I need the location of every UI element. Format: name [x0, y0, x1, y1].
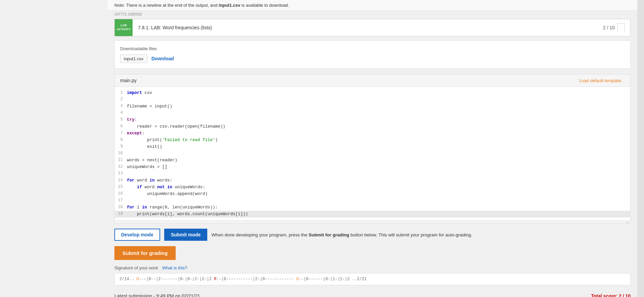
note-bar: Note: There is a newline at the end of t…: [108, 0, 637, 11]
code-line: 18 for i in range(0, len(uniqueWords)):: [115, 204, 630, 211]
code-line: 7 except:: [115, 130, 630, 137]
code-line: 9 exit(): [115, 143, 630, 150]
load-template-link[interactable]: Load default template...: [579, 78, 625, 83]
code-panel: main.py Load default template... 1 impor…: [114, 74, 631, 223]
left-sidebar: [0, 0, 108, 297]
code-editor[interactable]: 1 import csv 2 3 filename = input() 4 5 …: [115, 87, 630, 220]
code-line: 1 import csv: [115, 90, 630, 96]
code-line: 6 reader = csv.reader(open(filename)): [115, 123, 630, 130]
code-line: 2: [115, 96, 630, 103]
code-line: 4: [115, 110, 630, 117]
submission-info: Latest submission - 9:49 PM on 02/21/21: [114, 293, 200, 297]
submit-mode-button[interactable]: Submit mode: [164, 229, 208, 241]
download-link[interactable]: Download: [151, 56, 174, 61]
file-tag: input1.csv: [120, 55, 147, 63]
signature-label: Signature of your work: [114, 265, 158, 270]
note-highlight: input1.csv: [219, 3, 240, 8]
lab-progress: 2 / 10: [598, 19, 630, 36]
signature-row: Signature of your work What is this?: [114, 265, 631, 270]
code-line: 16 uniqueWords.append(word): [115, 191, 630, 197]
code-line-highlighted: 19 print(words[i], words.count(uniqueWor…: [115, 211, 630, 218]
downloadable-panel: Downloadable files input1.csv Download: [114, 40, 631, 69]
downloadable-files-row: input1.csv Download: [120, 55, 625, 63]
code-header: main.py Load default template...: [115, 74, 630, 87]
code-line: 8 print('Failed to read file'): [115, 137, 630, 143]
downloadable-label: Downloadable files: [120, 46, 625, 51]
note-text: Note: There is a newline at the end of t…: [114, 3, 219, 8]
develop-mode-button[interactable]: Develop mode: [114, 229, 160, 241]
code-line: 13: [115, 170, 630, 177]
code-line: 12 uniqueWords = []: [115, 164, 630, 170]
code-line: 5 try:: [115, 117, 630, 123]
lab-header: LAB ACTIVITY 7.8.1: LAB: Word frequencie…: [114, 19, 631, 36]
submission-row: Latest submission - 9:49 PM on 02/21/21 …: [114, 291, 631, 297]
file-id: 247772.1680582: [108, 11, 637, 19]
lab-title: 7.8.1: LAB: Word frequencies (lists): [133, 21, 598, 34]
lab-badge: LAB ACTIVITY: [115, 19, 133, 36]
code-line: 3 filename = input(): [115, 103, 630, 110]
code-line: 17: [115, 197, 630, 204]
bookmark-icon[interactable]: [617, 23, 625, 32]
modes-row: Develop mode Submit mode When done devel…: [114, 229, 631, 241]
code-resize-handle[interactable]: ⤡: [115, 220, 630, 223]
code-line: 14 for word in words:: [115, 177, 630, 184]
main-content: Note: There is a newline at the end of t…: [108, 0, 637, 297]
code-filename: main.py: [120, 78, 137, 83]
total-score: Total score: 2 / 10: [591, 293, 631, 297]
code-line: 11 words = next(reader): [115, 157, 630, 164]
note-text2: is available to download.: [240, 3, 289, 8]
mode-hint: When done developing your program, press…: [211, 232, 631, 237]
signature-box: 2/14.. U---|0--|2-------|0-|0-|2-|2-|2 R…: [114, 273, 631, 285]
right-sidebar: [637, 0, 644, 297]
code-line: 15 if word not in uniqueWords:: [115, 184, 630, 191]
code-line: 10: [115, 150, 630, 157]
submit-for-grading-button[interactable]: Submit for grading: [114, 246, 176, 260]
what-is-this-link[interactable]: What is this?: [162, 265, 187, 270]
